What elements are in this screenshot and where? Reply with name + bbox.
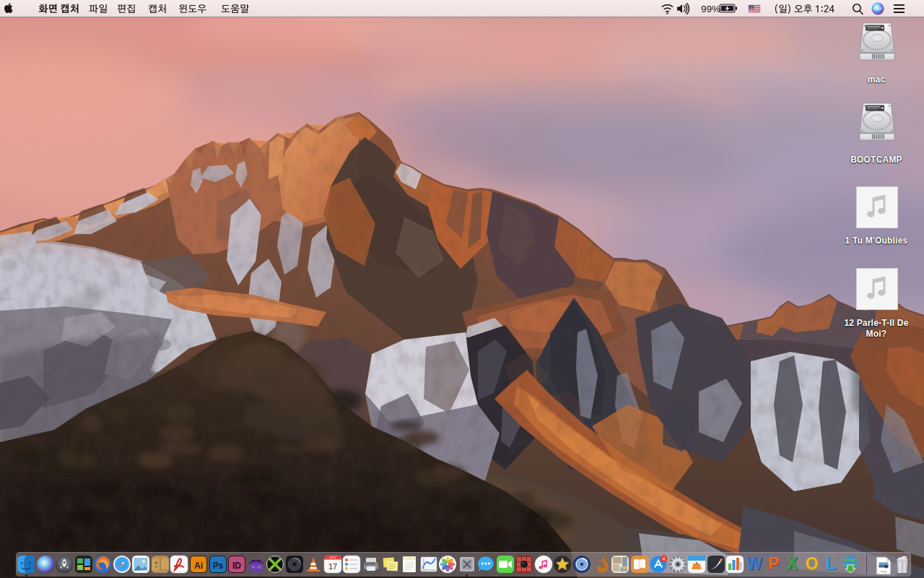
svg-text:JULY: JULY: [329, 556, 336, 559]
svg-text:99%: 99%: [701, 4, 720, 14]
svg-text:Ps: Ps: [212, 561, 223, 571]
svg-text:P: P: [767, 555, 778, 573]
svg-text:17: 17: [328, 562, 337, 571]
svg-text:O: O: [805, 555, 818, 573]
svg-text:4: 4: [663, 556, 666, 561]
svg-text:Ai: Ai: [194, 561, 203, 571]
svg-text:W: W: [746, 555, 762, 573]
svg-text:ID: ID: [232, 561, 241, 571]
svg-text:X: X: [787, 555, 798, 573]
svg-text:L: L: [826, 555, 836, 573]
svg-text:mpg: mpg: [881, 569, 887, 573]
